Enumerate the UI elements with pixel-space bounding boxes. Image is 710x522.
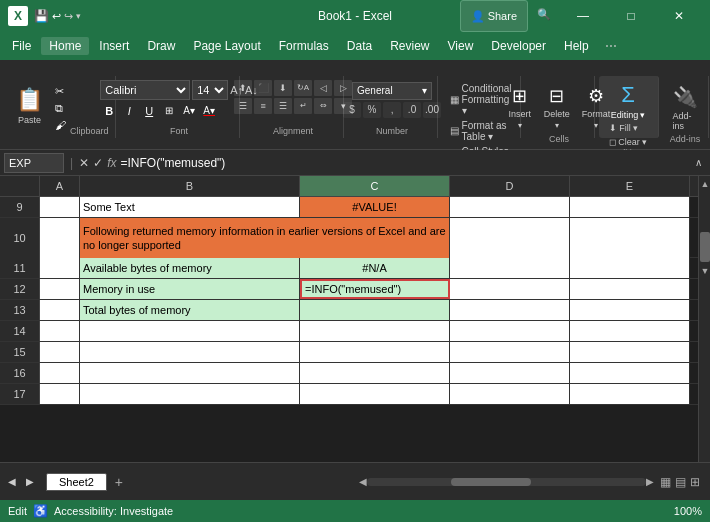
font-size-select[interactable]: 14 [192,80,228,100]
cell-e10[interactable] [570,218,690,258]
cell-a12[interactable] [40,279,80,299]
text-direction-button[interactable]: ↻A [294,80,312,96]
scroll-right-button[interactable]: ▶ [646,476,654,487]
page-layout-view-button[interactable]: ▤ [675,475,686,489]
menu-view[interactable]: View [440,37,482,55]
cell-e14[interactable] [570,321,690,341]
share-button[interactable]: 👤 Share [460,0,528,32]
underline-button[interactable]: U [140,102,158,120]
align-top-button[interactable]: ⬆ [234,80,252,96]
scroll-down-button[interactable]: ▼ [699,263,710,279]
cell-d16[interactable] [450,363,570,383]
menu-insert[interactable]: Insert [91,37,137,55]
cell-c17[interactable] [300,384,450,404]
cell-d10[interactable] [450,218,570,258]
cell-a11[interactable] [40,258,80,278]
insert-cells-button[interactable]: ⊞ Insert ▾ [504,82,536,134]
vertical-scrollbar[interactable]: ▲ ▼ [698,176,710,462]
cell-a15[interactable] [40,342,80,362]
menu-page-layout[interactable]: Page Layout [185,37,268,55]
fill-color-button[interactable]: A▾ [180,102,198,120]
cell-b17[interactable] [80,384,300,404]
formula-check-button[interactable]: ✓ [93,156,103,170]
cell-d12[interactable] [450,279,570,299]
menu-home[interactable]: Home [41,37,89,55]
cell-c12[interactable]: =INFO("memused") [300,279,450,299]
col-header-c[interactable]: C [300,176,450,196]
cell-e16[interactable] [570,363,690,383]
col-header-e[interactable]: E [570,176,690,196]
cell-c14[interactable] [300,321,450,341]
clear-button[interactable]: ◻ Clear ▾ [605,136,652,148]
comma-button[interactable]: , [383,102,401,118]
scroll-tab-left-button[interactable]: ◀ [4,474,20,490]
cell-c9[interactable]: #VALUE! [300,197,450,217]
col-header-b[interactable]: B [80,176,300,196]
accounting-button[interactable]: $ [343,102,361,118]
cell-e12[interactable] [570,279,690,299]
italic-button[interactable]: I [120,102,138,120]
decrease-decimal-button[interactable]: .00 [423,102,441,118]
formula-bar-collapse-button[interactable]: ∧ [690,155,706,171]
cell-c16[interactable] [300,363,450,383]
h-scroll-track[interactable] [367,478,646,486]
cell-b10[interactable]: Following returned memory information in… [80,218,450,258]
scroll-up-button[interactable]: ▲ [699,176,710,192]
sheet-tab-sheet2[interactable]: Sheet2 [46,473,107,491]
cell-b13[interactable]: Total bytes of memory [80,300,300,320]
col-header-d[interactable]: D [450,176,570,196]
add-sheet-button[interactable]: + [109,472,129,492]
cell-b16[interactable] [80,363,300,383]
more-menus-icon[interactable]: ⋯ [599,39,623,53]
cell-d17[interactable] [450,384,570,404]
cut-button[interactable]: ✂ [51,84,70,99]
increase-decimal-button[interactable]: .0 [403,102,421,118]
cell-d15[interactable] [450,342,570,362]
accessibility-status[interactable]: Accessibility: Investigate [54,505,173,517]
cell-a9[interactable] [40,197,80,217]
menu-help[interactable]: Help [556,37,597,55]
cell-d11[interactable] [450,258,570,278]
normal-view-button[interactable]: ▦ [660,475,671,489]
cell-b11[interactable]: Available bytes of memory [80,258,300,278]
addins-button[interactable]: 🔌 Add-ins [669,82,702,134]
percent-button[interactable]: % [363,102,381,118]
redo-icon[interactable]: ↪ [64,10,73,23]
formula-input[interactable] [120,156,686,170]
scroll-left-button[interactable]: ◀ [359,476,367,487]
menu-draw[interactable]: Draw [139,37,183,55]
cell-a10[interactable] [40,218,80,258]
cell-a13[interactable] [40,300,80,320]
bold-button[interactable]: B [100,102,118,120]
align-center-button[interactable]: ≡ [254,98,272,114]
cell-b14[interactable] [80,321,300,341]
close-button[interactable]: ✕ [656,0,702,32]
cell-e11[interactable] [570,258,690,278]
cell-c13[interactable] [300,300,450,320]
menu-developer[interactable]: Developer [483,37,554,55]
cell-d13[interactable] [450,300,570,320]
search-icon[interactable]: 🔍 [530,0,558,28]
cell-e9[interactable] [570,197,690,217]
menu-data[interactable]: Data [339,37,380,55]
align-right-button[interactable]: ☰ [274,98,292,114]
cell-e13[interactable] [570,300,690,320]
col-header-a[interactable]: A [40,176,80,196]
name-box[interactable] [4,153,64,173]
font-family-select[interactable]: Calibri [100,80,190,100]
number-format-dropdown[interactable]: General ▾ [352,82,432,100]
scroll-tab-right-button[interactable]: ▶ [22,474,38,490]
merge-center-button[interactable]: ⇔ [314,98,332,114]
minimize-button[interactable]: — [560,0,606,32]
align-bottom-button[interactable]: ⬇ [274,80,292,96]
cell-d9[interactable] [450,197,570,217]
menu-file[interactable]: File [4,37,39,55]
delete-cells-button[interactable]: ⊟ Delete ▾ [540,82,574,134]
undo-icon[interactable]: ↩ [52,10,61,23]
cell-b12[interactable]: Memory in use [80,279,300,299]
border-button[interactable]: ⊞ [160,102,178,120]
h-scroll-thumb[interactable] [451,478,531,486]
cell-a16[interactable] [40,363,80,383]
cell-a14[interactable] [40,321,80,341]
cell-a17[interactable] [40,384,80,404]
